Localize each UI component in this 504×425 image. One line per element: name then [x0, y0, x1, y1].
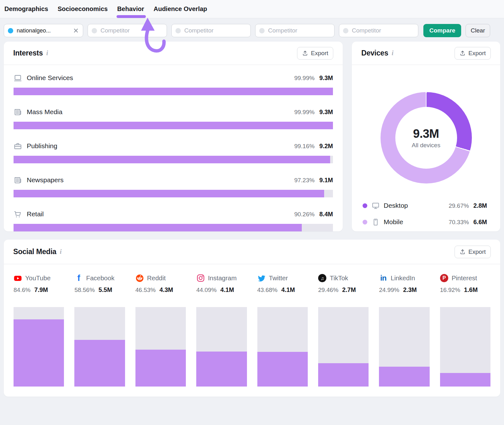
legend-row-mobile: Mobile 70.33%6.6M — [363, 214, 487, 230]
competitor-input-4[interactable] — [339, 24, 418, 37]
social-export-button[interactable]: Export — [455, 246, 491, 258]
platform-name: Facebook — [86, 274, 114, 282]
competitor-field[interactable] — [268, 27, 330, 34]
platform-value: 7.9M — [34, 286, 48, 294]
info-icon[interactable]: i — [46, 49, 48, 57]
competitor-field[interactable] — [352, 27, 414, 34]
platform-bar-fill — [440, 373, 490, 387]
upload-icon — [460, 50, 466, 56]
interest-bar-track — [14, 224, 333, 231]
devices-title: Devices — [361, 49, 388, 57]
report-cards-row: Interests i Export Online Services 99.99… — [0, 42, 504, 231]
competitor-color-dot — [343, 28, 348, 33]
platform-percent: 58.56% — [74, 287, 94, 294]
interests-card: Interests i Export Online Services 99.99… — [4, 42, 343, 231]
domain-color-dot — [8, 28, 13, 33]
interest-percent: 90.26% — [294, 211, 314, 218]
platform-name: Pinterest — [452, 274, 477, 282]
export-label: Export — [311, 50, 328, 57]
twitter-icon — [257, 274, 266, 282]
legend-label: Desktop — [384, 202, 408, 209]
interest-bar-track — [14, 88, 333, 95]
social-column-pinterest: P Pinterest 16.92%1.6M — [440, 274, 490, 387]
devices-donut: 9.3M All devices — [381, 92, 472, 183]
upload-icon — [460, 249, 466, 255]
platform-percent: 84.6% — [14, 287, 31, 294]
interest-row: Online Services 99.99%9.3M — [14, 73, 333, 95]
compare-button[interactable]: Compare — [423, 24, 461, 37]
social-column-instagram: Instagram 44.09%4.1M — [196, 274, 247, 387]
platform-name: Reddit — [147, 274, 166, 282]
info-icon[interactable]: i — [60, 248, 62, 255]
tiktok-icon: ♫ — [318, 274, 327, 282]
tab-demographics[interactable]: Demographics — [4, 5, 48, 13]
platform-name: Instagram — [208, 274, 237, 282]
youtube-icon — [14, 274, 22, 282]
interest-value: 9.1M — [319, 177, 333, 184]
competitor-input-2[interactable] — [171, 24, 251, 37]
interest-bar-track — [14, 156, 333, 163]
social-media-card: Social Media i Export YouTube 84.6%7.9M — [4, 240, 500, 397]
platform-value: 2.3M — [403, 286, 417, 294]
platform-bar-track — [379, 307, 429, 387]
competitor-input-3[interactable] — [255, 24, 335, 37]
platform-bar-track — [257, 307, 308, 387]
close-icon[interactable] — [73, 27, 79, 34]
platform-bar-track — [135, 307, 186, 387]
competitor-input-1[interactable] — [88, 24, 167, 37]
platform-bar-fill — [379, 367, 429, 387]
platform-bar-fill — [196, 352, 247, 387]
platform-value: 5.5M — [99, 286, 112, 294]
competitor-field[interactable] — [100, 27, 163, 34]
social-column-reddit: Reddit 46.53%4.3M — [135, 274, 186, 387]
mobile-color-dot — [363, 220, 367, 224]
platform-bar-fill — [14, 319, 64, 387]
interest-label: Online Services — [27, 74, 73, 82]
info-icon[interactable]: i — [392, 49, 394, 57]
tab-socioeconomics[interactable]: Socioeconomics — [58, 5, 108, 13]
interests-list: Online Services 99.99%9.3M Mass Media 99… — [4, 73, 343, 231]
platform-bar-fill — [257, 352, 308, 387]
devices-total-caption: All devices — [412, 142, 440, 149]
platform-percent: 44.09% — [196, 287, 216, 294]
clear-button[interactable]: Clear — [466, 24, 490, 37]
tab-behavior[interactable]: Behavior — [117, 5, 144, 13]
domain-chip-label: nationalgeo... — [17, 27, 69, 34]
interest-bar-fill — [14, 156, 330, 163]
interest-label: Newspapers — [27, 176, 64, 184]
social-column-facebook: f Facebook 58.56%5.5M — [74, 274, 125, 387]
interest-percent: 97.23% — [294, 177, 314, 184]
interest-label: Retail — [27, 210, 44, 218]
devices-export-button[interactable]: Export — [455, 47, 491, 60]
platform-percent: 16.92% — [440, 287, 460, 294]
legend-row-desktop: Desktop 29.67%2.8M — [363, 197, 487, 214]
interest-bar-track — [14, 122, 333, 129]
platform-value: 2.7M — [342, 286, 356, 294]
selected-domain-chip[interactable]: nationalgeo... — [4, 24, 83, 37]
platform-bar-fill — [74, 340, 125, 387]
platform-percent: 24.99% — [379, 287, 399, 294]
export-label: Export — [468, 248, 486, 255]
devices-card: Devices i Export 9.3M All devices — [352, 42, 500, 231]
interest-value: 8.4M — [319, 211, 333, 218]
interests-export-button[interactable]: Export — [297, 47, 333, 60]
interest-value: 9.2M — [319, 143, 333, 150]
reddit-icon — [135, 274, 144, 282]
platform-bar-fill — [318, 363, 369, 387]
competitor-field[interactable] — [184, 27, 247, 34]
legend-percent: 70.33% — [449, 219, 469, 226]
legend-label: Mobile — [384, 218, 403, 226]
interest-bar-fill — [14, 224, 302, 231]
legend-value: 2.8M — [473, 202, 487, 209]
social-media-header: Social Media i Export — [4, 240, 500, 264]
platform-bar-fill — [135, 350, 186, 387]
tab-audience-overlap[interactable]: Audience Overlap — [153, 5, 207, 13]
platform-name: TikTok — [330, 274, 348, 282]
platform-name: LinkedIn — [391, 274, 415, 282]
interests-title: Interests — [13, 49, 43, 57]
interest-bar-fill — [14, 122, 333, 129]
legend-value: 6.6M — [473, 218, 487, 226]
export-label: Export — [468, 50, 486, 57]
pinterest-icon: P — [440, 274, 449, 282]
interest-row: Publishing 99.16%9.2M — [14, 141, 333, 163]
